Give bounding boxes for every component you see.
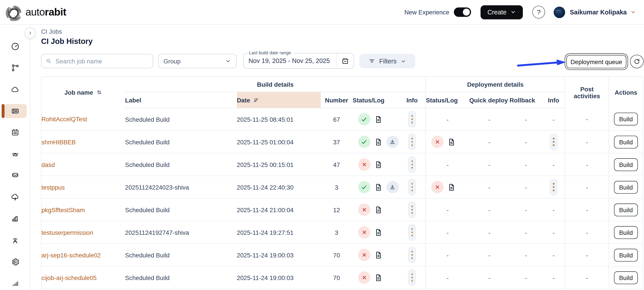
deployment-status-cell	[426, 176, 469, 198]
job-name-link[interactable]: testppus	[42, 184, 65, 191]
build-button[interactable]: Build	[614, 181, 638, 193]
build-button[interactable]: Build	[614, 226, 638, 238]
user-avatar[interactable]	[554, 7, 566, 18]
build-button[interactable]: Build	[614, 248, 638, 261]
user-menu-chevron-icon[interactable]	[630, 10, 636, 15]
calendar-picker-button[interactable]	[336, 54, 354, 68]
build-log-icon[interactable]	[374, 228, 383, 236]
build-log-icon[interactable]	[374, 205, 383, 214]
sidebar-item-dashboard[interactable]	[4, 40, 26, 53]
ci-job-history-table: Job name Build details Deployment detail…	[41, 77, 643, 289]
create-button[interactable]: Create	[480, 5, 523, 19]
empty-value: -	[552, 206, 554, 213]
sidebar-item-cloud[interactable]	[4, 83, 26, 96]
job-name-link[interactable]: testuserpermission	[42, 229, 93, 236]
deployment-log-icon[interactable]	[447, 183, 456, 191]
search-icon	[46, 58, 52, 65]
deployment-log-icon[interactable]	[447, 137, 456, 146]
build-more-options-icon[interactable]	[408, 224, 416, 241]
sidebar-item-calendar[interactable]	[4, 126, 26, 139]
sidebar-item-settings[interactable]	[4, 255, 26, 269]
help-button[interactable]: ?	[532, 6, 545, 19]
sidebar-item-broadcast[interactable]	[4, 233, 26, 247]
build-button[interactable]: Build	[614, 203, 638, 216]
build-status-icons	[352, 136, 398, 148]
refresh-button[interactable]	[630, 55, 644, 68]
sidebar-item-cloud-sync[interactable]	[4, 190, 26, 204]
build-more-options-icon[interactable]	[408, 156, 416, 173]
build-status-cell	[352, 108, 398, 131]
build-button[interactable]: Build	[614, 158, 638, 171]
job-name-link[interactable]: dasd	[42, 161, 55, 168]
build-more-options-icon[interactable]	[408, 133, 416, 151]
build-more-options-icon[interactable]	[408, 111, 416, 128]
sidebar-item-database[interactable]	[4, 169, 26, 182]
build-log-icon[interactable]	[374, 115, 383, 124]
build-more-options-icon[interactable]	[408, 269, 416, 286]
job-name-link[interactable]: cijob-arj-schedule05	[42, 274, 96, 281]
empty-value: -	[586, 229, 588, 236]
build-log-icon[interactable]	[374, 137, 383, 146]
quick-deploy-cell: -	[469, 131, 510, 153]
build-log-icon[interactable]	[374, 183, 383, 191]
empty-value: -	[525, 206, 527, 213]
deployment-more-options-icon[interactable]	[550, 178, 558, 196]
empty-value: -	[488, 161, 490, 168]
column-header-label: Label	[125, 92, 237, 108]
job-name-link[interactable]: arj-sep16-schedule02	[42, 251, 101, 258]
download-log-icon[interactable]	[386, 136, 398, 148]
rollback-cell: -	[510, 108, 542, 131]
build-date-cell: 2025-11-25 01:00:04	[237, 131, 320, 153]
build-log-icon[interactable]	[374, 250, 383, 259]
build-more-options-icon[interactable]	[408, 178, 416, 196]
build-success-icon	[358, 136, 370, 148]
column-header-deploy-status-log: Status/Log	[426, 92, 469, 108]
job-name-link[interactable]: pkgSfftestSham	[42, 206, 85, 213]
empty-value: -	[586, 274, 588, 281]
post-activities-cell: -	[565, 176, 609, 198]
build-status-icons	[352, 113, 382, 126]
build-log-icon[interactable]	[374, 160, 383, 169]
sidebar-item-alerts[interactable]	[4, 147, 26, 161]
download-log-icon[interactable]	[386, 181, 398, 193]
build-date-cell: 2025-11-25 08:45:01	[237, 108, 320, 131]
sidebar-item-usage[interactable]	[4, 276, 26, 290]
build-status-icons	[352, 203, 382, 216]
sidebar-item-version-control[interactable]	[4, 61, 26, 75]
sidebar-collapse-button[interactable]	[25, 28, 35, 38]
column-header-date[interactable]: Date	[237, 92, 320, 108]
empty-value: -	[525, 251, 527, 258]
build-more-options-icon[interactable]	[408, 201, 416, 218]
new-experience-toggle[interactable]	[454, 7, 471, 17]
table-group-header-row: Job name Build details Deployment detail…	[41, 77, 643, 92]
deployment-queue-button[interactable]: Deployment queue	[566, 55, 626, 68]
build-number-cell: 70	[321, 244, 353, 266]
build-label-cell: 20251124192747-shiva	[125, 221, 237, 244]
build-info-cell	[398, 108, 426, 131]
filters-button[interactable]: Filters	[360, 54, 415, 68]
new-experience-label: New Experience	[404, 9, 449, 16]
date-range-field[interactable]: Last build date range Nov 19, 2025 - Nov…	[243, 53, 354, 69]
sort-both-icon[interactable]	[96, 89, 102, 96]
build-button[interactable]: Build	[614, 271, 638, 284]
sidebar-item-reports[interactable]	[4, 212, 26, 226]
search-job-input[interactable]	[55, 57, 148, 65]
sidebar-item-ci-jobs[interactable]	[4, 104, 26, 118]
breadcrumb[interactable]: CI Jobs	[41, 28, 62, 35]
group-select[interactable]: Group	[158, 54, 236, 68]
build-status-cell	[352, 244, 398, 266]
column-header-job-name[interactable]: Job name	[41, 77, 125, 108]
deployment-info-cell: -	[542, 198, 565, 221]
deployment-more-options-icon[interactable]	[550, 133, 558, 151]
rollback-cell: -	[510, 244, 542, 266]
rollback-cell: -	[510, 176, 542, 198]
empty-value: -	[525, 116, 527, 123]
job-name-link[interactable]: RohitAccelQTest	[42, 116, 87, 123]
build-log-icon[interactable]	[374, 273, 383, 282]
build-more-options-icon[interactable]	[408, 246, 416, 264]
top-app-bar: autorabit New Experience Create ? Saikum…	[0, 0, 644, 25]
build-button[interactable]: Build	[614, 113, 638, 126]
job-name-link[interactable]: shmHIBBEB	[42, 138, 76, 145]
build-button[interactable]: Build	[614, 135, 638, 148]
brand-logo[interactable]: autorabit	[5, 4, 66, 21]
